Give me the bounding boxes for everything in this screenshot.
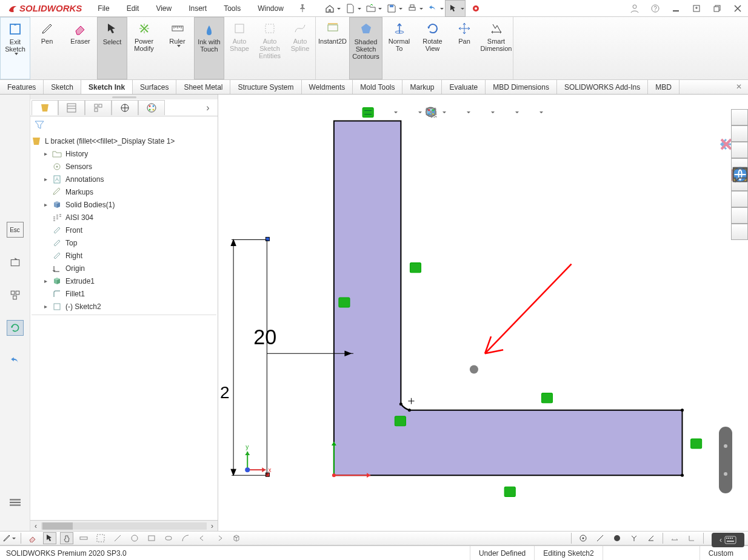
- bt-pen-icon[interactable]: [2, 532, 16, 544]
- bt-circle-icon[interactable]: [128, 532, 141, 544]
- bt-fwd-icon[interactable]: [213, 532, 226, 544]
- tree-expand-icon[interactable]: ▸: [42, 303, 48, 310]
- tree-item[interactable]: Front: [32, 224, 216, 236]
- smart-dimension-button[interactable]: Smart Dimension: [479, 17, 513, 79]
- cm-tab-structure-system[interactable]: Structure System: [230, 80, 301, 94]
- cm-tab-sketch[interactable]: Sketch: [44, 80, 81, 94]
- menu-tools[interactable]: Tools: [215, 0, 249, 16]
- tree-item[interactable]: ▸Extrude1: [32, 275, 216, 287]
- restore2-icon[interactable]: [707, 0, 727, 17]
- ink-with-touch-button[interactable]: Ink with Touch: [194, 17, 224, 79]
- drawing-canvas[interactable]: 20 2 x y: [218, 95, 748, 531]
- fm-filter[interactable]: [30, 116, 218, 133]
- exit-sketch-button[interactable]: Exit Sketch: [0, 17, 30, 79]
- close-icon[interactable]: [727, 0, 748, 17]
- bt-select-icon[interactable]: [43, 532, 56, 544]
- rail-undo-button[interactable]: [7, 353, 24, 368]
- cm-tab-surfaces[interactable]: Surfaces: [133, 80, 176, 94]
- menu-insert[interactable]: Insert: [180, 0, 215, 16]
- cm-tab-mbd-dimensions[interactable]: MBD Dimensions: [486, 80, 557, 94]
- home-icon[interactable]: [321, 0, 342, 17]
- bt-bigcircle-icon[interactable]: [610, 532, 624, 544]
- tree-item[interactable]: AISI 304: [32, 211, 216, 224]
- rail-refresh-button[interactable]: [7, 320, 24, 336]
- save-icon[interactable]: [383, 0, 404, 17]
- print-icon[interactable]: [404, 0, 424, 17]
- select-arrow-icon[interactable]: [445, 0, 466, 17]
- bt-angle-icon[interactable]: [644, 532, 658, 544]
- restore1-icon[interactable]: [686, 0, 707, 17]
- fm-tab-appearance[interactable]: [138, 100, 165, 115]
- bt-touch-icon[interactable]: [60, 532, 73, 544]
- user-icon[interactable]: [624, 0, 645, 17]
- fm-tab-config[interactable]: [85, 100, 112, 115]
- shaded-sketch-contours-button[interactable]: Shaded Sketch Contours: [349, 17, 382, 79]
- undo-icon[interactable]: [424, 0, 445, 17]
- power-modify-button[interactable]: Power Modify: [127, 17, 161, 79]
- bt-straighten-icon[interactable]: [77, 532, 90, 544]
- bt-snap-icon[interactable]: [94, 532, 107, 544]
- bt-dim2-icon[interactable]: [685, 532, 698, 544]
- fm-tab-property[interactable]: [58, 100, 85, 115]
- pin-icon[interactable]: [292, 0, 313, 17]
- bt-eraser-icon[interactable]: [26, 532, 39, 544]
- document-close-icon[interactable]: ✕: [736, 82, 742, 91]
- cm-tab-markup[interactable]: Markup: [402, 80, 442, 94]
- tree-item[interactable]: Fillet1: [32, 287, 216, 300]
- rail-esc-button[interactable]: Esc: [7, 222, 24, 238]
- dimension-value[interactable]: 20: [253, 325, 276, 348]
- new-icon[interactable]: [342, 0, 362, 17]
- tree-item[interactable]: ▸Solid Bodies(1): [32, 198, 216, 211]
- menu-edit[interactable]: Edit: [118, 0, 148, 16]
- tree-item[interactable]: Origin: [32, 262, 216, 275]
- bt-arc-icon[interactable]: [179, 532, 192, 544]
- tree-expand-icon[interactable]: ▸: [42, 201, 48, 208]
- help-icon[interactable]: ?: [645, 0, 666, 17]
- cm-tab-features[interactable]: Features: [0, 80, 44, 94]
- open-icon[interactable]: [362, 0, 383, 17]
- panel-drag-handle[interactable]: [30, 95, 218, 99]
- menu-view[interactable]: View: [147, 0, 180, 16]
- tree-item[interactable]: Sensors: [32, 160, 216, 173]
- tree-expand-icon[interactable]: ▸: [42, 150, 48, 157]
- pen-button[interactable]: Pen: [30, 17, 64, 79]
- rail-group-button[interactable]: [7, 287, 24, 303]
- rail-menu-button[interactable]: [7, 495, 24, 510]
- eraser-button[interactable]: Eraser: [64, 17, 97, 79]
- cm-tab-mbd[interactable]: MBD: [648, 80, 680, 94]
- fm-expand-icon[interactable]: ›: [201, 102, 215, 113]
- tree-item[interactable]: Markups: [32, 185, 216, 198]
- tree-item[interactable]: ▸History: [32, 147, 216, 160]
- tree-root[interactable]: L bracket (fillet<<fillet>_Display State…: [32, 135, 216, 147]
- bt-cube-icon[interactable]: [230, 532, 243, 544]
- menu-file[interactable]: File: [89, 0, 118, 16]
- normal-to-button[interactable]: Normal To: [382, 17, 416, 79]
- cm-tab-solidworks-addins[interactable]: SOLIDWORKS Add-Ins: [557, 80, 648, 94]
- rebuild-icon[interactable]: [466, 0, 486, 17]
- tree-item[interactable]: Top: [32, 236, 216, 249]
- bt-slot-icon[interactable]: [162, 532, 175, 544]
- bt-back-icon[interactable]: [196, 532, 209, 544]
- bt-line-icon[interactable]: [111, 532, 124, 544]
- bt-dim-icon[interactable]: [668, 532, 681, 544]
- tree-item[interactable]: Right: [32, 249, 216, 262]
- cm-tab-sketch-ink[interactable]: Sketch Ink: [81, 80, 133, 94]
- rail-open-button[interactable]: [7, 255, 24, 270]
- l-bracket-shape[interactable]: [334, 121, 683, 476]
- menu-window[interactable]: Window: [249, 0, 292, 16]
- fm-tab-tree[interactable]: [32, 100, 58, 115]
- minimize-icon[interactable]: [666, 0, 686, 17]
- cm-tab-sheet-metal[interactable]: Sheet Metal: [176, 80, 230, 94]
- cm-tab-weldments[interactable]: Weldments: [302, 80, 353, 94]
- view-triad[interactable]: x y: [245, 444, 271, 473]
- cm-tab-mold-tools[interactable]: Mold Tools: [353, 80, 402, 94]
- rotation-roller[interactable]: [719, 427, 732, 493]
- select-button[interactable]: Select: [97, 17, 127, 79]
- fm-hscroll[interactable]: ‹›: [30, 520, 218, 531]
- bt-line2-icon[interactable]: [593, 532, 607, 544]
- cm-tab-evaluate[interactable]: Evaluate: [442, 80, 486, 94]
- rotate-view-button[interactable]: Rotate View: [416, 17, 449, 79]
- keyboard-chip[interactable]: ‹: [712, 533, 744, 547]
- tree-expand-icon[interactable]: ▸: [42, 176, 48, 182]
- tree-item[interactable]: ▸(-) Sketch2: [32, 300, 216, 313]
